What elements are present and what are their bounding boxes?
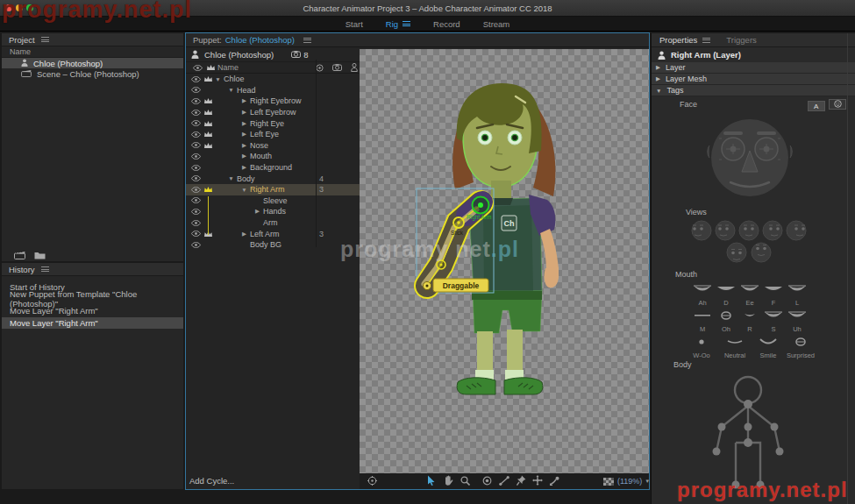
mouth-viseme-surprised[interactable]: Surprised: [783, 335, 818, 359]
section-layer[interactable]: ▶Layer: [652, 62, 855, 74]
crown-tag-icon[interactable]: [202, 186, 214, 193]
views-face-far-right[interactable]: [785, 219, 808, 242]
add-cycle-button[interactable]: Add Cycle...: [189, 476, 234, 486]
puppet-title-name[interactable]: Chloe (Photoshop): [225, 35, 295, 45]
project-item[interactable]: Chloe (Photoshop): [2, 58, 183, 68]
draggable-tool-icon[interactable]: [549, 473, 560, 489]
crown-tag-icon[interactable]: [202, 131, 214, 138]
visibility-eye-icon[interactable]: [189, 76, 202, 82]
scrollbar[interactable]: [847, 33, 848, 504]
expand-arrow-icon[interactable]: ▶: [240, 142, 248, 149]
views-face-right[interactable]: [761, 219, 784, 242]
panel-menu-icon[interactable]: [41, 266, 49, 273]
expand-arrow-icon[interactable]: ▼: [227, 87, 235, 93]
visibility-eye-icon[interactable]: [189, 220, 202, 226]
visibility-eye-icon[interactable]: [189, 209, 202, 215]
zoom-level-value[interactable]: (119%): [617, 477, 642, 486]
face-auto-button[interactable]: A: [808, 101, 825, 111]
visibility-eye-icon[interactable]: [189, 242, 202, 248]
hand-tool-icon[interactable]: [444, 473, 453, 489]
puppet-root-name: Chloe (Photoshop): [204, 50, 274, 60]
views-face-left[interactable]: [714, 219, 737, 242]
close-window-icon[interactable]: [5, 4, 12, 11]
workspace-tab-rig[interactable]: Rig: [386, 19, 410, 29]
select-tool-icon[interactable]: [427, 473, 436, 489]
expand-arrow-icon[interactable]: ▶: [253, 208, 261, 215]
stick-tool-icon[interactable]: [499, 473, 509, 489]
mouth-viseme-uh[interactable]: Uh: [780, 309, 815, 333]
record-handle-icon[interactable]: [482, 473, 492, 489]
pin-tool-icon[interactable]: [517, 473, 526, 489]
section-layer-mesh[interactable]: ▶Layer Mesh: [652, 74, 855, 85]
panel-menu-icon[interactable]: [41, 36, 49, 44]
crown-tag-icon[interactable]: [202, 75, 214, 82]
visibility-eye-icon[interactable]: [189, 142, 202, 148]
elbow-handle-label: Stick: [451, 230, 464, 236]
expand-arrow-icon[interactable]: ▶: [240, 164, 248, 171]
visibility-eye-icon[interactable]: [189, 131, 202, 138]
expand-arrow-icon[interactable]: ▼: [214, 76, 222, 82]
camera-count: 8: [303, 50, 308, 60]
crown-tag-icon[interactable]: [202, 109, 214, 116]
left-arm: [540, 229, 559, 270]
views-face-down[interactable]: [725, 241, 748, 264]
person-pin-icon[interactable]: [351, 63, 358, 72]
project-item[interactable]: Scene – Chloe (Photoshop): [2, 68, 183, 79]
tab-properties[interactable]: Properties: [659, 35, 710, 45]
tree-row-count: 3: [319, 230, 324, 238]
expand-arrow-icon[interactable]: ▶: [240, 131, 248, 138]
handle-origin-icon[interactable]: [316, 64, 324, 72]
views-face-far-left[interactable]: [690, 219, 713, 242]
minimize-window-icon[interactable]: [16, 4, 23, 11]
expand-arrow-icon[interactable]: ▼: [227, 175, 235, 181]
visibility-eye-icon[interactable]: [189, 175, 202, 181]
visibility-eye-icon[interactable]: [189, 187, 202, 193]
camera-icon[interactable]: [332, 64, 342, 71]
new-folder-icon[interactable]: [34, 247, 46, 263]
dangle-tool-icon[interactable]: [532, 473, 543, 489]
chevron-down-icon[interactable]: ▼: [645, 479, 650, 484]
zoom-tool-icon[interactable]: [460, 473, 470, 489]
visibility-eye-icon[interactable]: [189, 153, 202, 160]
tree-column-divider: [316, 60, 317, 247]
history-item[interactable]: Move Layer "Right Arm": [2, 317, 183, 330]
face-smiley-button[interactable]: [829, 99, 846, 110]
expand-arrow-icon[interactable]: ▶: [240, 120, 248, 127]
visibility-eye-icon[interactable]: [189, 110, 202, 116]
workspace-tab-stream[interactable]: Stream: [483, 19, 510, 29]
history-item[interactable]: New Puppet from Template "Chloe (Photosh…: [2, 294, 183, 306]
expand-arrow-icon[interactable]: ▶: [240, 109, 248, 116]
panel-menu-icon[interactable]: [702, 36, 710, 44]
crown-tag-icon[interactable]: [202, 97, 214, 104]
visibility-eye-icon[interactable]: [189, 87, 202, 93]
expand-arrow-icon[interactable]: ▶: [240, 153, 248, 160]
crown-tag-icon[interactable]: [202, 120, 214, 127]
visibility-eye-icon[interactable]: [189, 197, 202, 203]
visibility-eye-icon[interactable]: [189, 231, 202, 237]
crown-tag-icon[interactable]: [202, 142, 214, 149]
draggable-tag-label: Draggable: [443, 281, 480, 290]
expand-arrow-icon[interactable]: ▶: [240, 97, 248, 104]
workspace-tab-start[interactable]: Start: [346, 19, 363, 29]
puppet-icon: [658, 51, 666, 60]
section-tags[interactable]: ▼Tags: [652, 85, 855, 96]
expand-arrow-icon[interactable]: ▶: [240, 231, 248, 238]
visibility-eye-icon[interactable]: [189, 120, 202, 126]
mouth-viseme-l[interactable]: L: [780, 282, 815, 307]
visibility-eye-icon[interactable]: [189, 165, 202, 171]
new-scene-icon[interactable]: [14, 247, 25, 263]
expand-arrow-icon[interactable]: ▼: [240, 187, 248, 193]
origin-crosshair-icon[interactable]: [367, 473, 377, 489]
transparency-grid-icon[interactable]: [603, 473, 614, 489]
views-face-front[interactable]: [737, 219, 760, 242]
rig-canvas[interactable]: Ch: [360, 49, 649, 473]
workspace-tab-record[interactable]: Record: [433, 19, 460, 29]
mouth-viseme-smile[interactable]: Smile: [751, 335, 786, 359]
tab-triggers[interactable]: Triggers: [726, 35, 757, 45]
panel-menu-icon[interactable]: [303, 36, 311, 44]
views-face-up[interactable]: [750, 241, 773, 264]
mouth-viseme-neutral[interactable]: Neutral: [717, 335, 752, 359]
mouth-viseme-w-oo[interactable]: W-Oo: [684, 335, 719, 359]
maximize-window-icon[interactable]: [26, 4, 33, 11]
visibility-eye-icon[interactable]: [189, 98, 202, 104]
